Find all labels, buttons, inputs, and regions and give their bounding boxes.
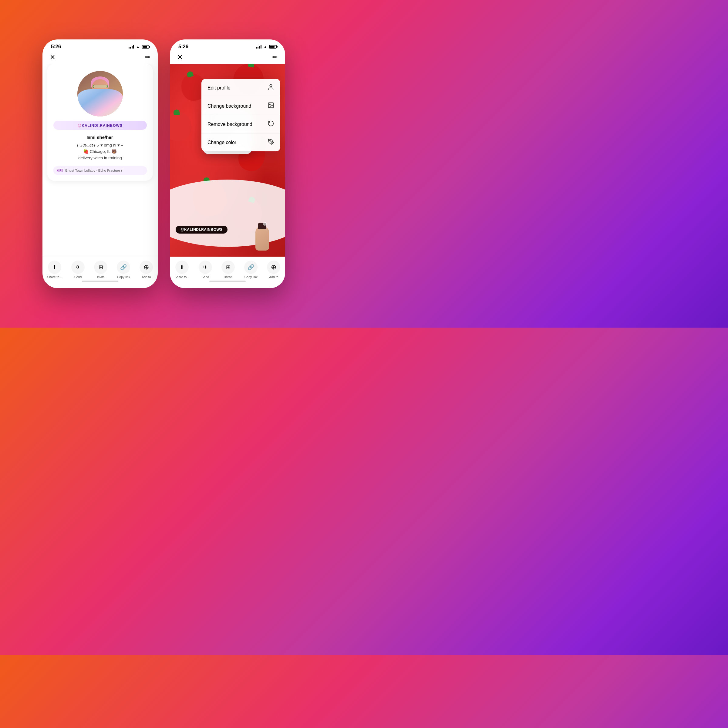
at-symbol: @ xyxy=(78,123,82,128)
send-button-2[interactable]: ✈ Send xyxy=(199,260,212,279)
signal-icon-2 xyxy=(256,45,262,49)
send-button[interactable]: ✈ Send xyxy=(71,260,85,279)
avatar xyxy=(77,71,123,116)
status-icons-2: ▲ xyxy=(256,44,277,49)
menu-item-change-color[interactable]: Change color xyxy=(202,133,280,151)
edit-profile-icon xyxy=(268,84,274,92)
add-to-button-2[interactable]: ⊕ Add to xyxy=(267,260,280,279)
music-bar[interactable]: Ghost Town Lullaby · Echo Fracture ( xyxy=(54,166,147,175)
signal-icon-1 xyxy=(128,45,134,49)
close-button-2[interactable]: ✕ xyxy=(177,54,183,61)
share-button[interactable]: ⬆ Share to... xyxy=(47,260,62,279)
profile-name: Emi she/her xyxy=(54,135,147,140)
edit-button-2[interactable]: ✏ xyxy=(272,54,278,61)
dropdown-menu: Edit profile Change background xyxy=(202,79,280,151)
menu-item-edit-profile[interactable]: Edit profile xyxy=(202,79,280,97)
phone2-main-content: @KALINDI.RAINBOWS Edit profile xyxy=(170,64,285,257)
remove-background-icon xyxy=(268,120,274,128)
bottom-action-bar-2: ⬆ Share to... ✈ Send ⊞ Invite 🔗 Copy lin… xyxy=(170,257,285,288)
add-to-button[interactable]: ⊕ Add to xyxy=(139,260,153,279)
photo-username-label: @KALINDI.RAINBOWS xyxy=(176,226,228,234)
nav-bar-2: ✕ ✏ xyxy=(170,52,285,64)
share-button-2[interactable]: ⬆ Share to... xyxy=(175,260,189,279)
bottom-action-bar-1: ⬆ Share to... ✈ Send ⊞ Invite 🔗 Copy lin… xyxy=(43,257,158,288)
music-text: Ghost Town Lullaby · Echo Fracture ( xyxy=(65,169,122,172)
menu-item-remove-background[interactable]: Remove background xyxy=(202,115,280,133)
copy-link-button-2[interactable]: 🔗 Copy link xyxy=(244,260,257,279)
svg-point-66 xyxy=(270,141,271,142)
nav-bar-1: ✕ ✏ xyxy=(43,52,158,64)
hand-area xyxy=(255,226,274,257)
menu-item-change-background[interactable]: Change background xyxy=(202,97,280,115)
status-time-1: 5:26 xyxy=(51,44,61,50)
profile-content: @KALINDI.RAINBOWS Emi she/her (っ◔◡◔)っ ♥ … xyxy=(43,64,158,257)
phone-2: 5:26 ▲ ✕ ✏ xyxy=(170,40,285,288)
music-waves-icon xyxy=(57,169,63,172)
wifi-icon-2: ▲ xyxy=(263,44,267,49)
copy-link-button[interactable]: 🔗 Copy link xyxy=(117,260,130,279)
profile-bio: (っ◔◡◔)っ ♥ omg hi ♥ – 🍓 Chicago, IL 🐻 del… xyxy=(54,142,147,161)
change-background-icon xyxy=(268,102,274,110)
status-icons-1: ▲ xyxy=(128,44,149,49)
phone-1: 5:26 ▲ ✕ ✏ xyxy=(43,40,158,288)
battery-icon-2 xyxy=(269,45,277,49)
svg-point-65 xyxy=(269,104,270,105)
home-indicator-1 xyxy=(82,281,118,282)
status-bar-2: 5:26 ▲ xyxy=(170,40,285,52)
svg-point-63 xyxy=(270,85,272,87)
battery-icon-1 xyxy=(142,45,149,49)
wifi-icon-1: ▲ xyxy=(136,44,140,49)
invite-button-2[interactable]: ⊞ Invite xyxy=(222,260,235,279)
close-button-1[interactable]: ✕ xyxy=(50,54,55,61)
profile-card: @KALINDI.RAINBOWS Emi she/her (っ◔◡◔)っ ♥ … xyxy=(47,64,153,181)
username-1: KALINDI.RAINBOWS xyxy=(82,124,122,128)
home-indicator-2 xyxy=(209,281,246,282)
status-bar-1: 5:26 ▲ xyxy=(43,40,158,52)
status-time-2: 5:26 xyxy=(178,44,188,50)
edit-button-1[interactable]: ✏ xyxy=(145,54,150,61)
invite-button[interactable]: ⊞ Invite xyxy=(94,260,107,279)
username-tag: @KALINDI.RAINBOWS xyxy=(54,121,147,130)
change-color-icon xyxy=(268,138,274,147)
